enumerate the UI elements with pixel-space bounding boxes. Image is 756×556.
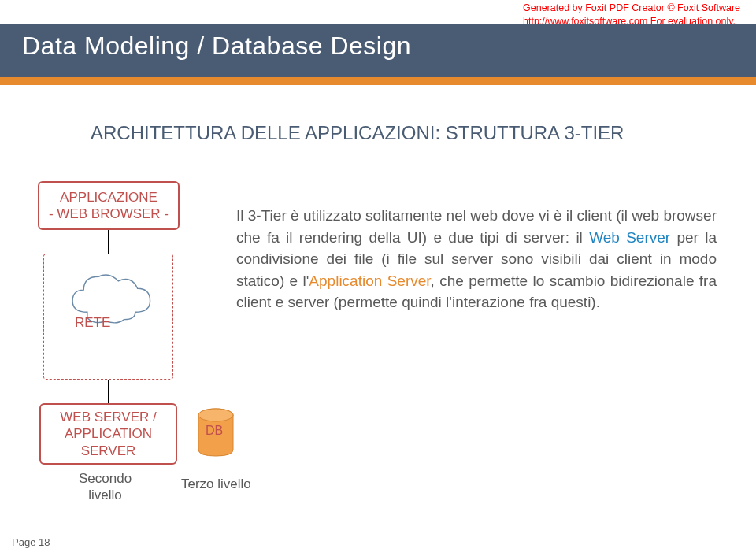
second-level-label: Secondo livello: [79, 470, 132, 504]
connector-line: [108, 380, 109, 403]
subtitle: ARCHITETTURA DELLE APPLICAZIONI: STRUTTU…: [91, 122, 624, 144]
page-title: Data Modeling / Database Design: [22, 32, 411, 61]
server-line1: WEB SERVER /: [41, 409, 176, 425]
server-line3: SERVER: [41, 443, 176, 459]
appbox-line1: APPLICAZIONE: [39, 189, 178, 206]
server-tier-box: WEB SERVER / APPLICATION SERVER: [39, 403, 177, 465]
page-number: Page 18: [12, 536, 50, 548]
web-server-term: Web Server: [589, 229, 670, 246]
secondo-line1: Secondo: [79, 470, 132, 487]
db-label: DB: [206, 424, 223, 438]
svg-point-1: [198, 409, 233, 421]
connector-line: [108, 230, 109, 254]
application-server-term: Application Server: [309, 272, 430, 289]
accent-strip: [0, 77, 756, 85]
connector-line: [177, 432, 197, 432]
secondo-line2: livello: [79, 487, 132, 503]
body-paragraph: Il 3-Tier è utilizzato solitamente nel w…: [236, 205, 717, 313]
appbox-line2: - WEB BROWSER -: [39, 206, 178, 222]
app-tier-box: APPLICAZIONE - WEB BROWSER -: [38, 181, 180, 230]
server-line2: APPLICATION: [41, 425, 176, 442]
watermark-line1: Generated by Foxit PDF Creator © Foxit S…: [523, 2, 740, 15]
cloud-label: RETE: [75, 315, 110, 331]
third-level-label: Terzo livello: [181, 476, 251, 492]
